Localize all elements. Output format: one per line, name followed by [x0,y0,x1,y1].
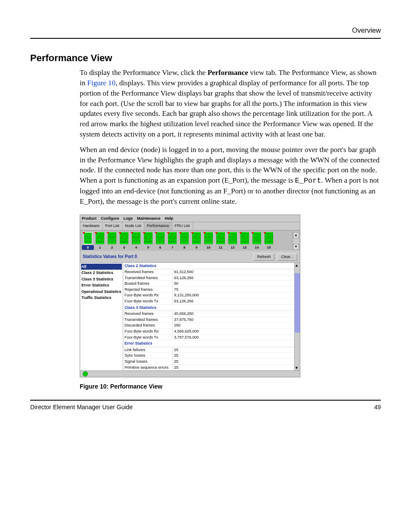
table-row: Four-Byte words Rx9,131,250,000 [123,292,300,299]
paragraph-1: To display the Performance View, click t… [80,68,381,140]
main-pane: AllClass 2 StatisticsClass 3 StatisticsE… [80,262,300,371]
figure-10: ProductConfigureLogsMaintenanceHelp Hard… [80,215,381,378]
tab-port-list[interactable]: Port List [103,222,122,230]
table-row: Rejected frames75 [123,287,300,293]
port-bar-0[interactable]: 0 [82,232,94,250]
table-row: Transmitted frames63,126,266 [123,275,300,281]
menu-maintenance[interactable]: Maintenance [137,216,161,221]
port-bar-10[interactable]: 10 [202,232,215,250]
figure-caption: Figure 10: Performance View [80,383,381,391]
category-error-statistics[interactable]: Error Statistics [81,282,122,289]
top-rule [30,38,381,39]
port-bar-9[interactable]: 9 [190,232,202,250]
status-bar [80,370,300,377]
port-bar-6[interactable]: 6 [154,232,166,250]
menu-help[interactable]: Help [165,216,174,221]
section-header: Class 2 Statistics [123,263,300,270]
refresh-button[interactable]: Refresh [253,253,275,261]
footer-left: Director Element Manager User Guide [30,403,133,412]
port-bar-3[interactable]: 3 [118,232,130,250]
page-header-section: Overview [30,26,381,35]
bold-performance: Performance [208,68,248,77]
ports-scrollbar[interactable]: ▲ ▼ [293,232,299,250]
paragraph-2: When an end device (node) is logged in t… [80,145,381,207]
page-footer: Director Element Manager User Guide 49 [30,403,381,412]
menu-product[interactable]: Product [82,216,97,221]
tab-performance[interactable]: Performance [144,222,172,230]
bottom-rule [30,400,381,401]
app-window: ProductConfigureLogsMaintenanceHelp Hard… [80,215,300,378]
port-bar-7[interactable]: 7 [166,232,178,250]
port-bar-14[interactable]: 14 [251,232,263,250]
tab-node-list[interactable]: Node List [122,222,144,230]
table-row: Received frames45,656,250 [123,311,300,317]
ports-pane: 0123456789101112131415 ▲ ▼ [80,230,300,251]
stats-header: Statistics Values for Port 0 Refresh Cle… [80,251,300,262]
scroll-up-icon[interactable]: ▲ [293,232,299,238]
category-operational-statistics[interactable]: Operational Statistics [81,289,122,295]
scrollbar-thumb[interactable] [295,273,300,333]
port-bar-5[interactable]: 5 [142,232,154,250]
table-row: Received frames91,312,500 [123,269,300,275]
eport-mono: E_Port [295,177,321,185]
table-row: Four-Byte words Tx63,126,266 [123,299,300,305]
stats-title: Statistics Values for Port 0 [83,254,137,260]
port-bar-12[interactable]: 12 [227,232,239,250]
port-bar-8[interactable]: 8 [178,232,190,250]
port-bar-2[interactable]: 2 [106,232,118,250]
category-class-2-statistics[interactable]: Class 2 Statistics [81,270,122,276]
table-row: Signal losses25 [123,359,300,365]
table-row: Link failures25 [123,347,300,353]
section-header: Class 3 Statistics [123,305,300,311]
table-row: Four-Byte words Tx3,787,576,000 [123,335,300,341]
scroll-up-icon[interactable]: ▲ [295,263,300,268]
port-bar-1[interactable]: 1 [94,232,106,250]
category-all[interactable]: All [81,264,122,270]
category-list[interactable]: AllClass 2 StatisticsClass 3 StatisticsE… [80,263,123,371]
section-header: Error Statistics [123,340,300,347]
table-scrollbar[interactable]: ▲ ▼ [294,263,300,371]
category-class-3-statistics[interactable]: Class 3 Statistics [81,276,122,283]
menu-logs[interactable]: Logs [124,216,133,221]
menu-bar[interactable]: ProductConfigureLogsMaintenanceHelp [80,215,300,222]
section-title: Performance View [30,52,381,65]
menu-configure[interactable]: Configure [101,216,119,221]
table-row: Busied frames50 [123,281,300,287]
port-bar-4[interactable]: 4 [130,232,142,250]
tab-fru-list[interactable]: FRU List [172,222,193,230]
category-traffic-statistics[interactable]: Traffic Statistics [81,295,122,301]
status-indicator-icon [83,371,88,376]
table-row: Sync losses25 [123,353,300,359]
tab-hardware[interactable]: Hardware [80,222,103,230]
footer-page-number: 49 [374,403,381,412]
port-bar-15[interactable]: 15 [263,232,275,250]
ports-list[interactable]: 0123456789101112131415 [82,232,293,250]
clear-button[interactable]: Clear... [277,253,297,261]
port-bar-11[interactable]: 11 [215,232,227,250]
table-row: Transmitted frames37,875,760 [123,317,300,323]
scroll-down-icon[interactable]: ▼ [293,244,299,250]
scroll-down-icon[interactable]: ▼ [295,365,300,371]
table-row: Primitive sequence errors25 [123,365,300,371]
table-row: Discarded frames250 [123,323,300,329]
port-bar-13[interactable]: 13 [239,232,251,250]
stats-table-pane: Class 2 StatisticsReceived frames91,312,… [123,263,300,371]
figure-ref-link[interactable]: Figure 10 [87,79,115,87]
tab-bar[interactable]: HardwarePort ListNode ListPerformanceFRU… [80,222,300,230]
table-row: Four-Byte words Rx4,565,625,000 [123,329,300,335]
